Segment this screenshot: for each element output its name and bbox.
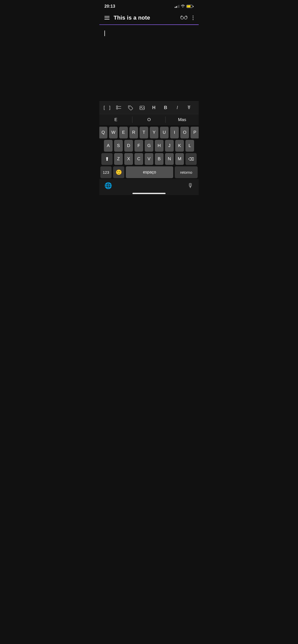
- key-k[interactable]: K: [175, 140, 184, 152]
- hamburger-line-3: [104, 19, 110, 20]
- battery-tip: [193, 6, 194, 7]
- numbers-key[interactable]: 123: [100, 166, 112, 178]
- key-d[interactable]: D: [124, 140, 133, 152]
- svg-point-8: [141, 107, 142, 107]
- toolbar-strikethrough-button[interactable]: T: [184, 103, 194, 112]
- signal-bar-2: [176, 6, 177, 8]
- key-w[interactable]: W: [109, 127, 118, 138]
- key-i[interactable]: I: [170, 127, 179, 138]
- key-g[interactable]: G: [145, 140, 153, 152]
- key-u[interactable]: U: [160, 127, 169, 138]
- editor-area[interactable]: [99, 25, 199, 101]
- key-p[interactable]: P: [191, 127, 199, 138]
- autocomplete-suggestion-3[interactable]: Mas: [166, 114, 199, 125]
- key-e[interactable]: E: [119, 127, 128, 138]
- toolbar-image-button[interactable]: [137, 103, 147, 112]
- emoji-key[interactable]: 🙂: [113, 166, 124, 178]
- keyboard-row-1: Q W E R T Y U I O P: [99, 125, 199, 138]
- wifi-icon: [181, 4, 185, 9]
- key-m[interactable]: M: [175, 153, 184, 165]
- home-bar: [132, 193, 166, 194]
- toolbar-brackets-button[interactable]: [ ]: [102, 103, 112, 112]
- toolbar-bold-button[interactable]: B: [160, 103, 171, 112]
- keyboard-row-2: A S D F G H J K L: [99, 138, 199, 152]
- microphone-icon[interactable]: 🎙: [187, 182, 194, 189]
- key-f[interactable]: F: [134, 140, 143, 152]
- key-y[interactable]: Y: [150, 127, 158, 138]
- key-h[interactable]: H: [155, 140, 164, 152]
- status-bar: 20:13 ⚡: [99, 0, 199, 11]
- svg-point-1: [184, 16, 187, 19]
- key-o[interactable]: O: [180, 127, 189, 138]
- hamburger-line-2: [104, 18, 110, 18]
- keyboard-bottom-row: 123 🙂 espaço retorno: [99, 165, 199, 179]
- key-v[interactable]: V: [145, 153, 153, 165]
- toolbar-checklist-button[interactable]: [114, 103, 124, 112]
- cursor-line: [104, 30, 194, 37]
- shift-icon: ⬆: [105, 156, 109, 162]
- key-s[interactable]: S: [114, 140, 123, 152]
- key-c[interactable]: C: [134, 153, 143, 165]
- format-toolbar: [ ] H B I T: [99, 101, 199, 114]
- signal-bar-3: [177, 6, 178, 8]
- system-row: 🌐 🎙: [99, 179, 199, 191]
- more-dot-1: [193, 16, 194, 17]
- key-r[interactable]: R: [129, 127, 138, 138]
- nav-actions: [180, 14, 195, 21]
- key-x[interactable]: X: [124, 153, 133, 165]
- svg-point-0: [181, 16, 184, 19]
- signal-bar-4: [179, 5, 179, 8]
- autocomplete-suggestion-2[interactable]: O: [132, 114, 166, 125]
- home-indicator: [99, 191, 199, 195]
- status-time: 20:13: [104, 4, 115, 9]
- delete-icon: ⌫: [188, 157, 194, 162]
- return-key[interactable]: retorno: [175, 166, 198, 178]
- more-dot-2: [193, 17, 194, 18]
- space-key[interactable]: espaço: [126, 166, 173, 178]
- key-a[interactable]: A: [104, 140, 113, 152]
- toolbar-tag-button[interactable]: [125, 103, 136, 112]
- signal-bar-1: [175, 7, 175, 8]
- more-dot-3: [193, 19, 194, 20]
- autocomplete-suggestion-1[interactable]: E: [99, 114, 132, 125]
- autocomplete-bar: E O Mas: [99, 114, 199, 125]
- globe-icon[interactable]: 🌐: [104, 182, 112, 189]
- keyboard-row-3: ⬆ Z X C V B N M ⌫: [99, 152, 199, 165]
- toolbar-italic-button[interactable]: I: [172, 103, 182, 112]
- battery-icon: ⚡: [186, 5, 194, 8]
- key-j[interactable]: J: [165, 140, 174, 152]
- svg-rect-4: [116, 108, 118, 109]
- key-t[interactable]: T: [140, 127, 148, 138]
- delete-key[interactable]: ⌫: [185, 153, 197, 165]
- read-mode-button[interactable]: [180, 15, 187, 21]
- key-l[interactable]: L: [185, 140, 194, 152]
- text-cursor: [104, 31, 105, 36]
- top-nav: This is a note: [99, 11, 199, 24]
- status-icons: ⚡: [175, 4, 194, 9]
- key-z[interactable]: Z: [114, 153, 123, 165]
- hamburger-menu-button[interactable]: [103, 15, 111, 21]
- signal-icon: [175, 5, 179, 8]
- shift-key[interactable]: ⬆: [101, 153, 113, 165]
- note-title: This is a note: [114, 14, 177, 21]
- toolbar-heading-button[interactable]: H: [149, 103, 159, 112]
- more-options-button[interactable]: [192, 14, 195, 21]
- svg-point-6: [129, 106, 130, 107]
- key-n[interactable]: N: [165, 153, 174, 165]
- hamburger-line-1: [104, 16, 110, 17]
- svg-rect-2: [116, 106, 118, 107]
- key-b[interactable]: B: [155, 153, 164, 165]
- battery-body: ⚡: [186, 5, 193, 8]
- battery-bolt: ⚡: [188, 5, 191, 7]
- key-q[interactable]: Q: [99, 127, 107, 138]
